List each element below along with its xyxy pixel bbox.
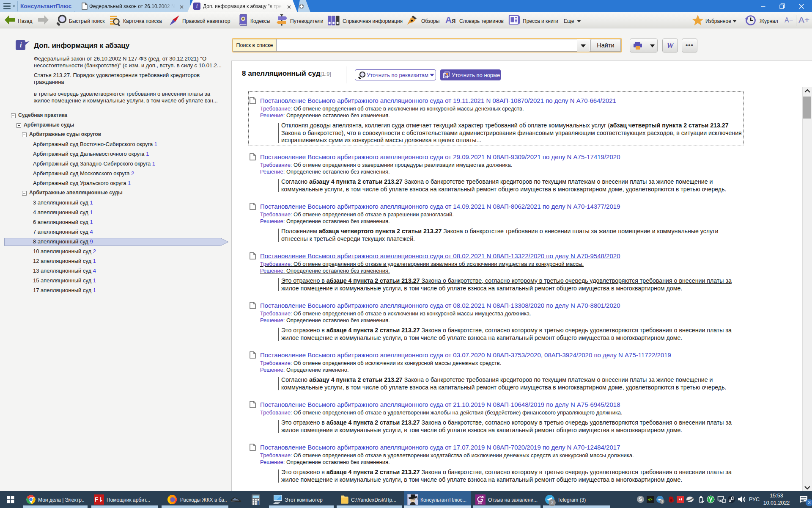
svg-text:i: i bbox=[20, 41, 22, 49]
svg-text:PDF: PDF bbox=[478, 502, 482, 505]
